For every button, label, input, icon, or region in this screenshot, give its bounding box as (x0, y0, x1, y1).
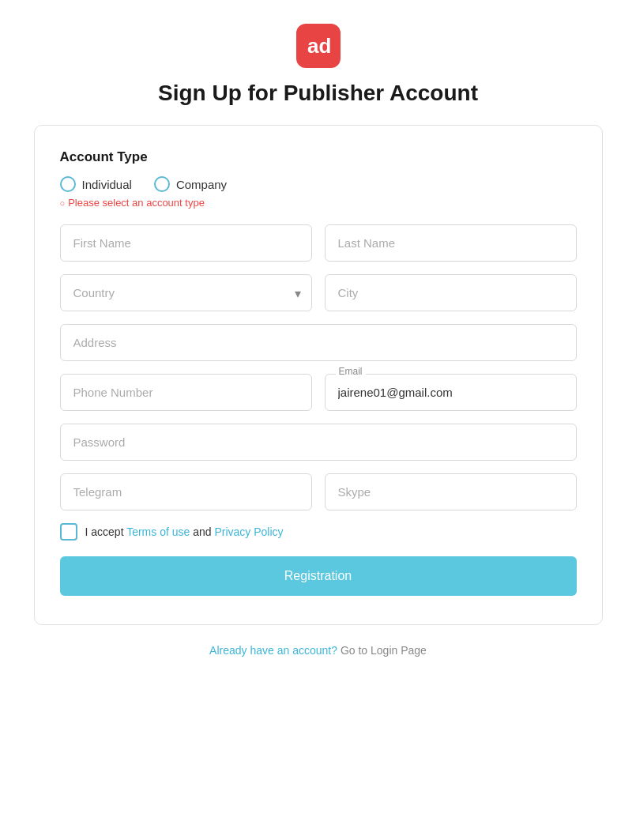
logo-container: ad (296, 24, 341, 68)
telegram-group (60, 473, 312, 510)
social-row (60, 473, 577, 510)
account-type-row: Individual Company (60, 176, 577, 192)
terms-checkbox[interactable] (60, 523, 77, 541)
skype-group (325, 473, 577, 510)
page-title: Sign Up for Publisher Account (158, 81, 478, 106)
telegram-input[interactable] (60, 473, 312, 510)
login-suffix: Go to Login Page (341, 644, 427, 657)
last-name-input[interactable] (325, 224, 577, 262)
address-row (60, 324, 577, 361)
terms-text: I accept Terms of use and Privacy Policy (85, 525, 284, 538)
login-link-row: Already have an account? Go to Login Pag… (209, 644, 427, 657)
country-city-row: Country (60, 274, 577, 311)
name-row (60, 224, 577, 262)
phone-group (60, 374, 312, 411)
country-group: Country (60, 274, 312, 311)
login-page-link[interactable]: Already have an account? (209, 644, 337, 657)
individual-radio-circle (60, 176, 76, 192)
company-radio-label[interactable]: Company (154, 176, 227, 192)
password-group (60, 424, 577, 461)
company-label: Company (176, 178, 227, 191)
terms-middle: and (190, 525, 214, 538)
account-type-section: Account Type Individual Company Please s… (60, 149, 577, 209)
individual-radio-label[interactable]: Individual (60, 176, 132, 192)
email-floating-label: Email (336, 366, 366, 377)
logo-svg: ad (304, 32, 333, 60)
password-row (60, 424, 577, 461)
country-select[interactable]: Country (60, 274, 312, 311)
address-input[interactable] (60, 324, 577, 361)
company-radio-circle (154, 176, 170, 192)
individual-label: Individual (82, 178, 132, 191)
signup-form-card: Account Type Individual Company Please s… (34, 125, 603, 625)
city-group (325, 274, 577, 311)
register-button[interactable]: Registration (60, 556, 577, 596)
country-select-wrapper: Country (60, 274, 312, 311)
address-group (60, 324, 577, 361)
skype-input[interactable] (325, 473, 577, 510)
phone-email-row: Email (60, 374, 577, 411)
terms-prefix: I accept (85, 525, 127, 538)
city-input[interactable] (325, 274, 577, 311)
password-input[interactable] (60, 424, 577, 461)
app-logo-icon: ad (296, 24, 341, 68)
email-group: Email (325, 374, 577, 411)
terms-of-use-link[interactable]: Terms of use (126, 525, 190, 538)
account-type-error: Please select an account type (60, 197, 577, 209)
account-type-label: Account Type (60, 149, 577, 165)
phone-input[interactable] (60, 374, 312, 411)
email-input[interactable] (325, 374, 577, 411)
first-name-group (60, 224, 312, 262)
terms-row: I accept Terms of use and Privacy Policy (60, 523, 577, 541)
svg-text:ad: ad (307, 34, 331, 58)
first-name-input[interactable] (60, 224, 312, 262)
privacy-policy-link[interactable]: Privacy Policy (214, 525, 283, 538)
last-name-group (325, 224, 577, 262)
